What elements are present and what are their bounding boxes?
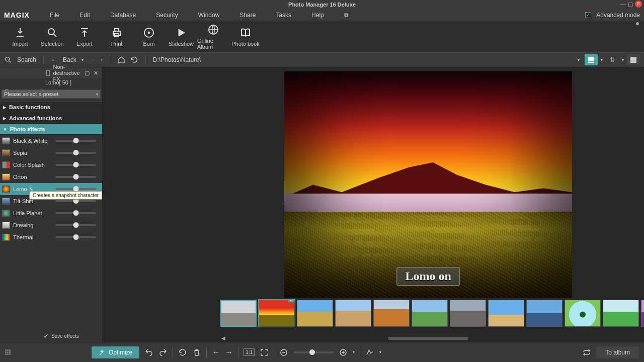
thumbnail-4[interactable] bbox=[335, 300, 371, 327]
menu-file[interactable]: File bbox=[50, 12, 59, 19]
panel-close-icon[interactable]: ✕ bbox=[94, 70, 98, 76]
thumbnail-9[interactable] bbox=[526, 300, 562, 327]
home-icon[interactable] bbox=[117, 56, 125, 64]
back-arrow-icon[interactable]: ← bbox=[51, 56, 58, 64]
photo-canvas[interactable]: Lomo on bbox=[284, 71, 572, 298]
maximize-button[interactable]: ▢ bbox=[628, 1, 633, 8]
effect-drawing[interactable]: Drawing bbox=[0, 219, 102, 231]
effect-lomo-slider[interactable] bbox=[55, 188, 96, 190]
menu-share[interactable]: Share bbox=[239, 12, 256, 19]
photo-book-button[interactable]: Photo book bbox=[229, 22, 262, 52]
fullscreen-icon[interactable] bbox=[260, 348, 269, 357]
minimize-button[interactable]: — bbox=[620, 1, 626, 7]
refresh-icon[interactable] bbox=[130, 56, 138, 64]
path-dropdown[interactable]: ▾ bbox=[578, 58, 580, 62]
forward-arrow-icon[interactable]: → bbox=[89, 56, 96, 64]
rotate-left-icon[interactable] bbox=[178, 348, 187, 357]
strip-scrollbar[interactable] bbox=[388, 337, 468, 340]
menu-help-extra-icon[interactable]: ⧉ bbox=[344, 12, 349, 19]
thumbnail-3[interactable] bbox=[297, 300, 333, 327]
slideshow-button[interactable]: Slideshow bbox=[165, 22, 197, 52]
svg-rect-2 bbox=[115, 29, 119, 31]
effect-little-planet[interactable]: Little Planet bbox=[0, 207, 102, 219]
zoom-1to1-button[interactable]: 1:1 bbox=[244, 348, 255, 356]
effect-color-splash-slider[interactable] bbox=[55, 164, 96, 166]
back-label[interactable]: Back bbox=[63, 56, 76, 63]
panel-maximize-icon[interactable]: ▢ bbox=[85, 70, 90, 76]
zoom-dropdown[interactable]: ▾ bbox=[353, 350, 355, 354]
export-button[interactable]: Export bbox=[68, 22, 101, 52]
menu-edit[interactable]: Edit bbox=[79, 12, 90, 19]
group-basic-functions[interactable]: ▶Basic functions bbox=[0, 102, 102, 113]
undo-icon[interactable]: ↶ bbox=[4, 87, 9, 94]
view-mode-dropdown[interactable]: ▾ bbox=[601, 58, 603, 62]
effect-thermal-slider[interactable] bbox=[55, 236, 96, 238]
view-mode-sort[interactable]: ⇅ bbox=[606, 54, 619, 65]
effect-settings-dropdown[interactable]: ▾ bbox=[379, 350, 381, 354]
menu-tasks[interactable]: Tasks bbox=[276, 12, 291, 19]
thumbnail-10[interactable] bbox=[565, 300, 601, 327]
effect-tilt-shift-slider[interactable] bbox=[55, 200, 96, 202]
print-button[interactable]: Print bbox=[101, 22, 133, 52]
thumbnail-1[interactable] bbox=[220, 300, 257, 327]
view-mode-preview[interactable] bbox=[585, 54, 598, 65]
menu-help[interactable]: Help bbox=[311, 12, 324, 19]
group-advanced-functions[interactable]: ▶Advanced functions bbox=[0, 113, 102, 124]
burn-button[interactable]: Burn bbox=[133, 22, 165, 52]
play-icon bbox=[175, 27, 187, 39]
delete-icon[interactable] bbox=[192, 348, 201, 357]
search-label[interactable]: Search bbox=[17, 56, 36, 63]
title-bar: Photo Manager 16 Deluxe — ▢ ✕ bbox=[0, 0, 644, 9]
effect-sepia-slider[interactable] bbox=[55, 152, 96, 154]
effect-settings-icon[interactable] bbox=[365, 348, 374, 357]
effect-lomo[interactable]: Lomo ↖ Creates a snapshot character bbox=[0, 183, 102, 195]
thumbnail-11[interactable] bbox=[603, 300, 639, 327]
menu-database[interactable]: Database bbox=[110, 12, 136, 19]
effect-orton[interactable]: Orton bbox=[0, 171, 102, 183]
effect-sepia[interactable]: Sepia bbox=[0, 147, 102, 159]
effect-black-white-slider[interactable] bbox=[55, 140, 96, 142]
thumbnail-7[interactable] bbox=[450, 300, 486, 327]
path-display[interactable]: D:\Photos\Nature\ bbox=[153, 56, 201, 63]
prev-photo-icon[interactable]: ← bbox=[212, 348, 220, 357]
view-mode-panel[interactable] bbox=[627, 54, 640, 65]
thumbnail-5[interactable] bbox=[373, 300, 410, 327]
forward-dropdown[interactable]: ▾ bbox=[101, 58, 103, 62]
next-photo-icon[interactable]: → bbox=[225, 348, 233, 357]
effect-little-planet-slider[interactable] bbox=[55, 212, 96, 214]
loop-icon[interactable] bbox=[582, 348, 591, 357]
save-effects[interactable]: ✓ Save effects bbox=[43, 332, 79, 340]
effect-black-white[interactable]: Black & White bbox=[0, 135, 102, 147]
redo-icon[interactable]: ↷ bbox=[40, 87, 44, 94]
import-button[interactable]: Import bbox=[4, 22, 36, 52]
grip-icon[interactable] bbox=[5, 349, 11, 355]
redo-icon[interactable] bbox=[158, 348, 168, 357]
close-button[interactable]: ✕ bbox=[635, 1, 642, 8]
zoom-slider[interactable] bbox=[293, 351, 334, 353]
thumbnail-6[interactable] bbox=[412, 300, 448, 327]
effect-thermal[interactable]: Thermal bbox=[0, 231, 102, 243]
online-album-button[interactable]: Online Album bbox=[197, 22, 229, 52]
group-photo-effects[interactable]: ▼Photo effects bbox=[0, 124, 102, 135]
zoom-out-icon[interactable] bbox=[279, 348, 288, 357]
zoom-in-icon[interactable] bbox=[339, 348, 348, 357]
to-album-button[interactable]: To album bbox=[596, 346, 639, 358]
effect-orton-slider[interactable] bbox=[55, 176, 96, 178]
effect-color-splash[interactable]: Color Splash bbox=[0, 159, 102, 171]
menu-window[interactable]: Window bbox=[198, 12, 220, 19]
selection-button[interactable]: Selection bbox=[36, 22, 68, 52]
advanced-mode-checkbox[interactable] bbox=[585, 12, 591, 18]
sort-dropdown[interactable]: ▾ bbox=[622, 58, 624, 62]
nondestructive-checkbox[interactable] bbox=[46, 70, 50, 76]
undo-icon[interactable] bbox=[144, 348, 153, 357]
effect-drawing-slider[interactable] bbox=[55, 224, 96, 226]
thumbnail-8[interactable] bbox=[488, 300, 524, 327]
optimize-button[interactable]: Optimize bbox=[92, 346, 139, 358]
thumbnail-2[interactable]: ✓ bbox=[259, 300, 295, 327]
back-dropdown[interactable]: ▾ bbox=[82, 58, 84, 62]
strip-prev[interactable]: ◀ bbox=[221, 335, 225, 341]
search-icon[interactable] bbox=[4, 56, 12, 64]
thumbnail-12[interactable] bbox=[641, 300, 644, 327]
advanced-mode-label: Advanced mode bbox=[596, 12, 640, 19]
menu-security[interactable]: Security bbox=[156, 12, 178, 19]
